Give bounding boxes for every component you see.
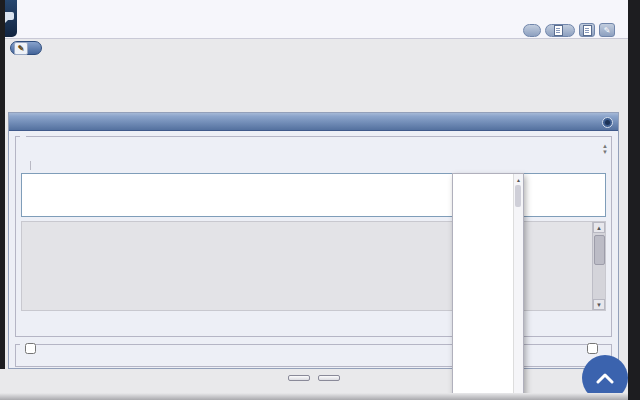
upload-hint <box>23 160 38 171</box>
quickedit-button[interactable]: ✎ <box>599 23 615 37</box>
scroll-down-icon[interactable]: ▼ <box>593 299 605 310</box>
quick-reply-header <box>9 113 618 131</box>
collapse-icon[interactable] <box>602 117 613 128</box>
smiley-autocomplete-dropdown: ▲ ▼ <box>452 173 524 400</box>
quote-page-icon <box>554 25 563 36</box>
forum-page: ✎ ✎ ▲▼ ▲ <box>0 0 640 400</box>
multiquote-button[interactable] <box>579 23 595 37</box>
scroll-thumb[interactable] <box>515 185 521 207</box>
quote-button[interactable] <box>545 24 575 37</box>
go-advanced-button[interactable] <box>318 375 340 381</box>
signature-checkbox[interactable] <box>587 343 598 354</box>
quick-reply-panel: ▲▼ ▲ ▼ <box>8 112 619 369</box>
window-edge-right <box>628 0 640 400</box>
pencil-icon: ✎ <box>14 42 28 55</box>
scroll-thumb[interactable] <box>594 235 605 265</box>
post-quick-reply-button[interactable] <box>288 375 310 381</box>
post-panel: ✎ <box>5 0 628 39</box>
editor-resize-arrows[interactable]: ▲▼ <box>602 143 608 155</box>
divider <box>30 161 31 170</box>
multiquote-icon <box>583 25 592 36</box>
chevron-up-icon <box>596 373 614 384</box>
scroll-up-icon[interactable]: ▲ <box>593 222 605 233</box>
scroll-up-icon[interactable]: ▲ <box>514 175 523 184</box>
dropdown-scrollbar[interactable]: ▲ ▼ <box>513 174 523 399</box>
post-reply-button[interactable]: ✎ <box>10 41 42 55</box>
submit-row <box>0 375 628 381</box>
quote-message-checkbox[interactable] <box>25 343 36 354</box>
capture-button[interactable] <box>523 24 541 37</box>
window-edge-left <box>0 0 5 369</box>
post-actions: ✎ <box>523 23 615 37</box>
smiley-scrollbar[interactable]: ▲ ▼ <box>592 222 605 310</box>
signature-option[interactable] <box>587 343 601 354</box>
window-edge-bottom <box>0 393 640 400</box>
quote-message-option[interactable] <box>25 343 39 354</box>
